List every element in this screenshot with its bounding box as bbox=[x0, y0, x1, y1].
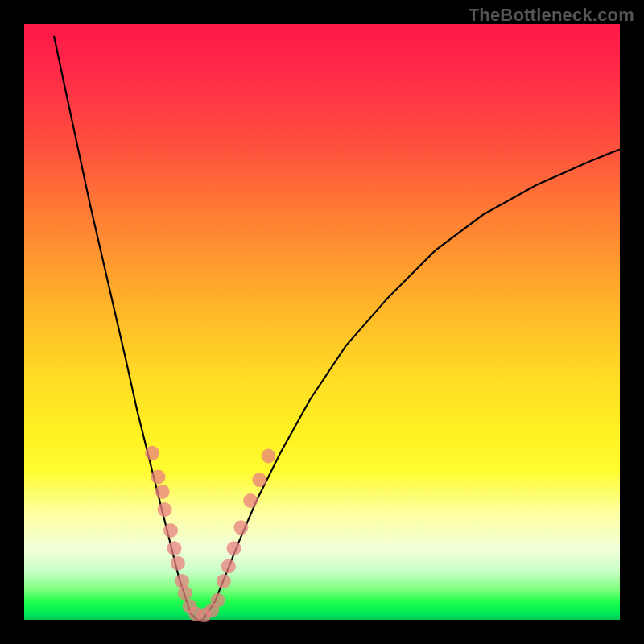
data-marker bbox=[171, 556, 185, 571]
chart-svg bbox=[24, 24, 620, 620]
chart-container: TheBottleneck.com bbox=[0, 0, 644, 644]
curve-group bbox=[54, 36, 620, 620]
data-marker bbox=[145, 446, 159, 460]
data-marker bbox=[211, 593, 225, 608]
data-marker bbox=[217, 574, 231, 588]
data-marker bbox=[151, 469, 166, 484]
data-marker bbox=[243, 493, 258, 508]
data-marker bbox=[167, 541, 182, 555]
watermark-text: TheBottleneck.com bbox=[469, 5, 634, 26]
markers-group bbox=[145, 446, 275, 622]
data-marker bbox=[261, 449, 275, 464]
data-marker bbox=[158, 502, 172, 517]
data-marker bbox=[178, 586, 192, 601]
data-marker bbox=[221, 559, 236, 573]
left-curve bbox=[54, 36, 203, 620]
data-marker bbox=[227, 541, 242, 555]
data-marker bbox=[155, 485, 170, 499]
right-curve bbox=[203, 149, 620, 620]
data-marker bbox=[163, 523, 178, 538]
plot-area bbox=[24, 24, 620, 620]
data-marker bbox=[233, 520, 248, 535]
data-marker bbox=[252, 473, 266, 487]
